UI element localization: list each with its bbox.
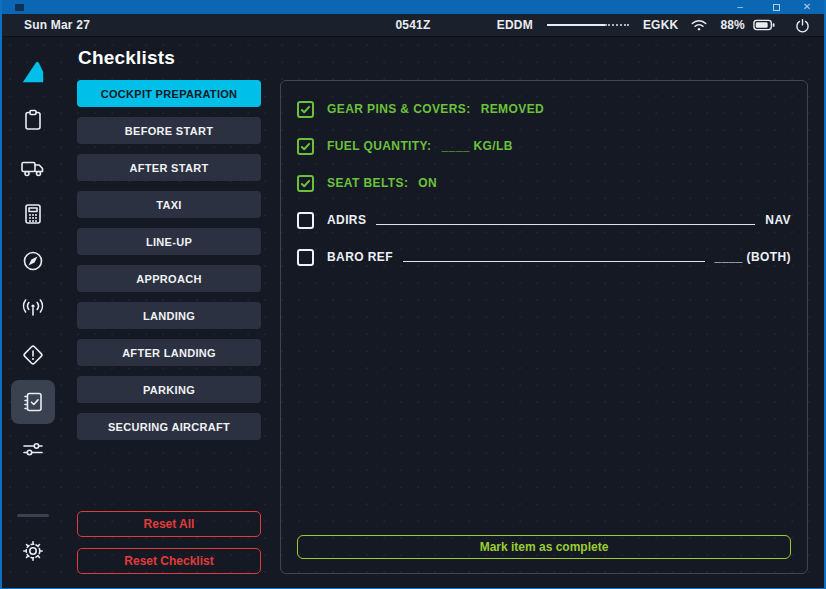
item-label: SEAT BELTS:: [327, 176, 408, 190]
leader-line: [403, 261, 705, 262]
item-value: ____ KG/LB: [441, 139, 512, 153]
reset-all-button[interactable]: Reset All: [77, 511, 261, 537]
destination-airport: EGKK: [643, 18, 678, 32]
sidebar-item-navigation[interactable]: [11, 239, 55, 283]
compass-icon: [21, 249, 45, 273]
checklist-item-gear-pins[interactable]: GEAR PINS & COVERS: REMOVED: [297, 98, 791, 120]
tab-after-start[interactable]: AFTER START: [77, 154, 261, 181]
sidebar: [2, 37, 64, 588]
wifi-icon: [690, 18, 708, 32]
checklist-item-adirs[interactable]: ADIRS NAV: [297, 209, 791, 231]
item-value: REMOVED: [481, 102, 544, 116]
item-label: ADIRS: [327, 213, 366, 227]
checklist-tab-list: COCKPIT PREPARATION BEFORE START AFTER S…: [77, 80, 261, 574]
sidebar-item-settings[interactable]: [11, 529, 55, 573]
page-title: Checklists: [78, 47, 808, 69]
item-value: NAV: [765, 213, 791, 227]
sidebar-item-presets[interactable]: [11, 427, 55, 471]
tab-approach[interactable]: APPROACH: [77, 265, 261, 292]
status-bar: Sun Mar 27 0541Z EDDM EGKK 88%: [2, 14, 824, 37]
flypad-window: – ✕ Sun Mar 27 0541Z EDDM EGKK 88%: [0, 0, 826, 589]
leader-line: [376, 224, 755, 225]
titlebar: – ✕: [2, 0, 824, 14]
item-value: ON: [418, 176, 437, 190]
status-date: Sun Mar 27: [24, 18, 90, 32]
tab-before-start[interactable]: BEFORE START: [77, 117, 261, 144]
sidebar-divider: [17, 514, 49, 517]
item-value: ____ (BOTH): [715, 250, 791, 264]
item-label: GEAR PINS & COVERS:: [327, 102, 471, 116]
checkbox-unchecked-icon[interactable]: [297, 212, 314, 229]
battery-percent: 88%: [720, 18, 745, 32]
close-icon[interactable]: ✕: [800, 2, 814, 12]
sidebar-item-atc[interactable]: [11, 286, 55, 330]
item-label: FUEL QUANTITY:: [327, 139, 431, 153]
gear-icon: [21, 539, 45, 563]
tab-cockpit-preparation[interactable]: COCKPIT PREPARATION: [77, 80, 261, 107]
maximize-icon[interactable]: [773, 4, 780, 11]
calculator-icon: [21, 202, 45, 226]
checkbox-checked-icon[interactable]: [297, 101, 314, 118]
item-label: BARO REF: [327, 250, 393, 264]
clipboard-icon: [21, 108, 45, 132]
checkbox-checked-icon[interactable]: [297, 138, 314, 155]
sidebar-item-dashboard[interactable]: [11, 98, 55, 142]
sidebar-item-failures[interactable]: [11, 333, 55, 377]
tab-line-up[interactable]: LINE-UP: [77, 228, 261, 255]
sidebar-item-ground[interactable]: [11, 145, 55, 189]
sliders-icon: [20, 437, 46, 461]
sidebar-item-performance[interactable]: [11, 192, 55, 236]
checklist-item-baro-ref[interactable]: BARO REF ____ (BOTH): [297, 246, 791, 268]
antenna-icon: [20, 296, 46, 320]
minimize-icon[interactable]: –: [733, 2, 747, 12]
app-icon: [15, 4, 24, 11]
checkbox-checked-icon[interactable]: [297, 175, 314, 192]
flypad-logo[interactable]: [11, 51, 55, 95]
tab-taxi[interactable]: TAXI: [77, 191, 261, 218]
origin-airport: EDDM: [497, 18, 533, 32]
flight-progress-line: [547, 24, 629, 26]
reset-checklist-button[interactable]: Reset Checklist: [77, 548, 261, 574]
tab-after-landing[interactable]: AFTER LANDING: [77, 339, 261, 366]
power-button[interactable]: [795, 18, 810, 33]
checkbox-unchecked-icon[interactable]: [297, 249, 314, 266]
battery-indicator: 88%: [720, 18, 775, 32]
checklist-item-fuel-quantity[interactable]: FUEL QUANTITY: ____ KG/LB: [297, 135, 791, 157]
sidebar-item-checklists[interactable]: [11, 380, 55, 424]
checklist-icon: [21, 390, 45, 414]
mark-item-complete-button[interactable]: Mark item as complete: [297, 535, 791, 559]
failure-diamond-icon: [21, 343, 45, 367]
tab-parking[interactable]: PARKING: [77, 376, 261, 403]
tab-securing-aircraft[interactable]: SECURING AIRCRAFT: [77, 413, 261, 440]
checklist-panel: GEAR PINS & COVERS: REMOVED FUEL QUANTIT…: [280, 80, 808, 574]
checklist-item-seat-belts[interactable]: SEAT BELTS: ON: [297, 172, 791, 194]
truck-icon: [20, 155, 46, 179]
tab-landing[interactable]: LANDING: [77, 302, 261, 329]
